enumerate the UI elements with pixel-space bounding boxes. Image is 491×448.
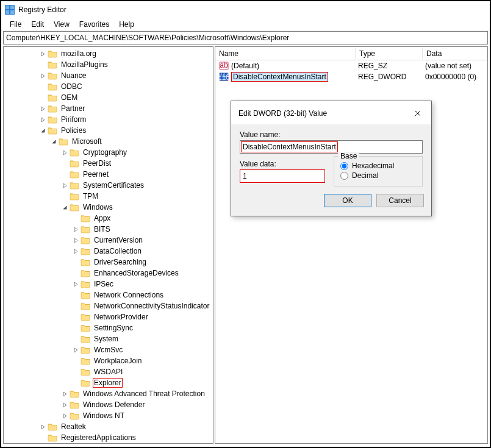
tree-item-label: WSDAPI bbox=[93, 368, 124, 376]
tree-item[interactable]: EnhancedStorageDevices bbox=[4, 268, 213, 279]
radio-dec-input[interactable] bbox=[340, 172, 348, 180]
expand-icon[interactable] bbox=[71, 224, 81, 234]
tree-item[interactable]: Windows Defender bbox=[4, 399, 213, 410]
tree-item[interactable]: Piriform bbox=[4, 114, 213, 125]
expand-icon[interactable] bbox=[38, 422, 48, 432]
folder-icon bbox=[81, 225, 90, 233]
tree-item[interactable]: Explorer bbox=[4, 377, 213, 388]
tree-item[interactable]: SRS Labs bbox=[4, 443, 213, 444]
tree-item[interactable]: Appx bbox=[4, 213, 213, 224]
tree-item[interactable]: WorkplaceJoin bbox=[4, 355, 213, 366]
expand-icon[interactable] bbox=[60, 411, 70, 421]
col-data[interactable]: Data bbox=[423, 48, 487, 59]
tree-item[interactable]: mozilla.org bbox=[4, 48, 213, 59]
tree-item[interactable]: OEM bbox=[4, 92, 213, 103]
tree-item[interactable]: NetworkProvider bbox=[4, 311, 213, 322]
tree-item[interactable]: Policies bbox=[4, 125, 213, 136]
tree-item[interactable]: ODBC bbox=[4, 81, 213, 92]
col-type[interactable]: Type bbox=[356, 48, 423, 59]
folder-icon bbox=[70, 203, 79, 212]
collapse-icon[interactable] bbox=[49, 137, 59, 146]
tree-item[interactable]: RegisteredApplications bbox=[4, 432, 213, 443]
tree-item[interactable]: Cryptography bbox=[4, 147, 213, 158]
values-list[interactable]: (Default)REG_SZ(value not set)DisableCon… bbox=[215, 60, 487, 82]
dword-icon bbox=[219, 72, 229, 82]
tree-view[interactable]: mozilla.orgMozillaPluginsNuanceODBCOEMPa… bbox=[4, 47, 213, 444]
expand-icon[interactable] bbox=[38, 49, 48, 59]
folder-icon bbox=[81, 258, 90, 266]
base-label: Base bbox=[338, 152, 359, 160]
tree-item[interactable]: Realtek bbox=[4, 421, 213, 432]
tree-item[interactable]: System bbox=[4, 333, 213, 344]
tree-item[interactable]: Peernet bbox=[4, 169, 213, 180]
tree-item[interactable]: MozillaPlugins bbox=[4, 59, 213, 70]
expand-icon[interactable] bbox=[60, 389, 70, 399]
collapse-icon[interactable] bbox=[60, 202, 70, 212]
cancel-button[interactable]: Cancel bbox=[376, 194, 424, 207]
tree-item[interactable]: PeerDist bbox=[4, 158, 213, 169]
tree-item[interactable]: CurrentVersion bbox=[4, 235, 213, 246]
folder-icon bbox=[81, 302, 90, 310]
tree-item[interactable]: NetworkConnectivityStatusIndicator bbox=[4, 300, 213, 311]
expand-icon[interactable] bbox=[38, 104, 48, 113]
tree-item[interactable]: SettingSync bbox=[4, 322, 213, 333]
tree-item[interactable]: BITS bbox=[4, 224, 213, 235]
tree-item-label: Cryptography bbox=[82, 148, 128, 157]
dialog-titlebar[interactable]: Edit DWORD (32-bit) Value bbox=[231, 101, 431, 124]
menu-edit[interactable]: Edit bbox=[26, 19, 49, 30]
tree-item-label: OEM bbox=[60, 93, 79, 102]
tree-item[interactable]: Windows bbox=[4, 202, 213, 213]
tree-item[interactable]: Partner bbox=[4, 103, 213, 114]
tree-item-label: Windows Defender bbox=[82, 400, 146, 409]
tree-item[interactable]: TPM bbox=[4, 191, 213, 202]
menu-help[interactable]: Help bbox=[114, 19, 139, 30]
tree-item-label: WorkplaceJoin bbox=[93, 357, 143, 365]
expand-icon[interactable] bbox=[71, 345, 81, 355]
tree-panel: mozilla.orgMozillaPluginsNuanceODBCOEMPa… bbox=[3, 46, 213, 444]
expand-icon[interactable] bbox=[60, 400, 70, 410]
value-name-input[interactable] bbox=[240, 140, 423, 154]
tree-item-label: TPM bbox=[82, 192, 99, 201]
values-panel: Name Type Data (Default)REG_SZ(value not… bbox=[215, 46, 488, 444]
tree-item[interactable]: Network Connections bbox=[4, 290, 213, 300]
menu-file[interactable]: File bbox=[5, 19, 26, 30]
folder-icon bbox=[81, 346, 90, 354]
folder-icon bbox=[81, 247, 90, 255]
folder-icon bbox=[81, 324, 90, 332]
radio-hex[interactable]: Hexadecimal bbox=[340, 162, 416, 170]
tree-item[interactable]: IPSec bbox=[4, 279, 213, 290]
col-name[interactable]: Name bbox=[215, 48, 356, 59]
value-data-input[interactable] bbox=[240, 169, 325, 183]
ok-button[interactable]: OK bbox=[324, 194, 371, 207]
value-name: (Default) bbox=[231, 62, 259, 70]
tree-item-label: SettingSync bbox=[93, 324, 134, 332]
expand-icon[interactable] bbox=[71, 279, 81, 289]
expand-icon[interactable] bbox=[38, 115, 48, 124]
collapse-icon[interactable] bbox=[38, 126, 48, 135]
tree-item[interactable]: WSDAPI bbox=[4, 366, 213, 377]
tree-item-label: Peernet bbox=[82, 170, 110, 179]
address-bar[interactable]: Computer\HKEY_LOCAL_MACHINE\SOFTWARE\Pol… bbox=[3, 31, 488, 44]
radio-hex-input[interactable] bbox=[340, 162, 348, 170]
tree-item[interactable]: Microsoft bbox=[4, 136, 213, 147]
expand-icon[interactable] bbox=[38, 71, 48, 80]
expand-icon[interactable] bbox=[60, 180, 70, 190]
tree-item[interactable]: DriverSearching bbox=[4, 257, 213, 268]
value-row[interactable]: DisableContextMenusInStartREG_DWORD0x000… bbox=[215, 71, 487, 82]
radio-dec[interactable]: Decimal bbox=[340, 171, 416, 180]
tree-item-label: MozillaPlugins bbox=[60, 60, 109, 69]
expand-icon[interactable] bbox=[71, 235, 81, 245]
close-icon[interactable] bbox=[410, 106, 425, 121]
value-row[interactable]: (Default)REG_SZ(value not set) bbox=[215, 60, 487, 71]
expand-icon[interactable] bbox=[71, 246, 81, 256]
tree-item[interactable]: SystemCertificates bbox=[4, 180, 213, 191]
expand-icon[interactable] bbox=[60, 148, 70, 157]
tree-item[interactable]: Windows NT bbox=[4, 410, 213, 421]
tree-item[interactable]: Nuance bbox=[4, 70, 213, 81]
menu-favorites[interactable]: Favorites bbox=[74, 19, 114, 30]
tree-item[interactable]: DataCollection bbox=[4, 246, 213, 257]
tree-item[interactable]: Windows Advanced Threat Protection bbox=[4, 388, 213, 399]
tree-item-label: IPSec bbox=[93, 280, 115, 288]
menu-view[interactable]: View bbox=[49, 19, 74, 30]
tree-item[interactable]: WcmSvc bbox=[4, 344, 213, 355]
